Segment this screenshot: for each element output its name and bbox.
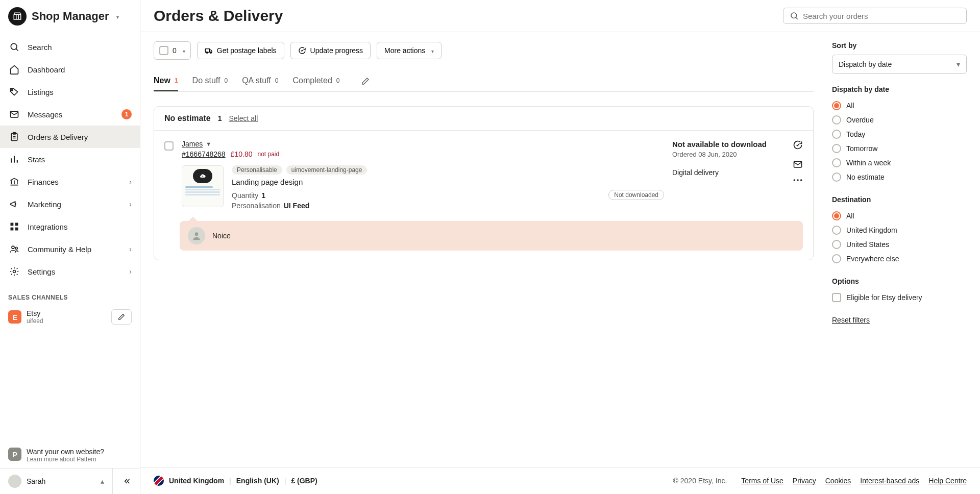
- dispatch-radio-overdue[interactable]: Overdue: [832, 113, 967, 127]
- dispatch-radio-tomorrow[interactable]: Tomorrow: [832, 141, 967, 156]
- people-icon: [8, 243, 20, 255]
- tab-count: 0: [224, 77, 228, 84]
- tab-do-stuff[interactable]: Do stuff 0: [192, 71, 228, 91]
- destination-radio-everywhere-else[interactable]: Everywhere else: [832, 252, 967, 266]
- order-group: No estimate 1 Select all James ▼: [154, 106, 814, 260]
- footer-link-privacy[interactable]: Privacy: [793, 477, 816, 485]
- nav-dashboard[interactable]: Dashboard: [0, 58, 140, 81]
- avatar: [188, 227, 205, 244]
- footer-link-help-centre[interactable]: Help Centre: [928, 477, 967, 485]
- radio-icon: [832, 130, 841, 139]
- chevron-up-icon: ▴: [101, 477, 104, 485]
- selected-count: 0: [173, 46, 177, 55]
- channel-etsy[interactable]: E Etsy uifeed: [0, 305, 140, 329]
- shop-manager-dropdown[interactable]: Shop Manager: [0, 0, 140, 33]
- order-search[interactable]: [783, 8, 967, 24]
- svg-point-18: [797, 179, 799, 181]
- nav-marketing[interactable]: Marketing ›: [0, 193, 140, 215]
- svg-point-20: [195, 232, 199, 236]
- footer-link-terms-of-use[interactable]: Terms of Use: [741, 477, 783, 485]
- grid-icon: [8, 220, 20, 233]
- pattern-title: Want your own website?: [27, 448, 132, 456]
- channel-edit-button[interactable]: [111, 309, 132, 325]
- footer-currency[interactable]: £ (GBP): [291, 477, 317, 485]
- update-progress-button[interactable]: Update progress: [290, 42, 371, 59]
- order-checkbox[interactable]: [164, 141, 174, 151]
- button-label: Update progress: [310, 46, 363, 55]
- cloud-download-icon: [193, 169, 212, 183]
- tag-personalisable: Personalisable: [232, 165, 282, 175]
- select-count-dropdown[interactable]: 0: [154, 41, 191, 60]
- chevron-right-icon: ›: [129, 178, 132, 186]
- pattern-promo[interactable]: P Want your own website? Learn more abou…: [0, 442, 140, 468]
- nav: Search Dashboard Listings Messages 1 Ord…: [0, 33, 140, 286]
- dispatch-radio-within-a-week[interactable]: Within a week: [832, 156, 967, 170]
- page-title: Orders & Delivery: [154, 7, 783, 24]
- private-note[interactable]: Noice: [180, 221, 803, 251]
- eligible-etsy-delivery-checkbox[interactable]: Eligible for Etsy delivery: [832, 290, 967, 305]
- refresh-icon[interactable]: [793, 140, 803, 150]
- dispatch-radio-no-estimate[interactable]: No estimate: [832, 170, 967, 184]
- nav-label: Search: [28, 43, 132, 52]
- footer-language[interactable]: English (UK): [236, 477, 279, 485]
- nav-listings[interactable]: Listings: [0, 81, 140, 103]
- radio-label: Everywhere else: [846, 255, 899, 263]
- nav-label: Integrations: [28, 223, 132, 231]
- svg-rect-7: [11, 228, 14, 231]
- chevron-right-icon: ›: [129, 245, 132, 253]
- radio-label: Overdue: [846, 116, 874, 124]
- edit-tabs-button[interactable]: [357, 73, 374, 89]
- sort-by-dropdown[interactable]: Dispatch by date ▾: [832, 55, 967, 74]
- select-all-link[interactable]: Select all: [229, 114, 258, 122]
- nav-community[interactable]: Community & Help ›: [0, 238, 140, 260]
- gear-icon: [8, 265, 20, 278]
- nav-settings[interactable]: Settings ›: [0, 260, 140, 283]
- order-id[interactable]: #1666748268: [182, 150, 226, 158]
- tag-icon: [8, 86, 20, 98]
- nav-finances[interactable]: Finances ›: [0, 170, 140, 193]
- chevron-down-icon[interactable]: ▼: [206, 141, 211, 147]
- tab-count: 0: [275, 77, 279, 84]
- nav-label: Messages: [28, 110, 114, 119]
- nav-orders-delivery[interactable]: Orders & Delivery: [0, 126, 140, 148]
- mail-icon: [8, 108, 20, 120]
- megaphone-icon: [8, 198, 20, 210]
- footer-region[interactable]: United Kingdom: [169, 477, 224, 485]
- pattern-initial: P: [8, 448, 21, 461]
- item-name[interactable]: Landing page design: [232, 178, 600, 186]
- select-all-checkbox[interactable]: [159, 46, 168, 55]
- sort-by-label: Sort by: [832, 41, 967, 50]
- reset-filters-link[interactable]: Reset filters: [832, 316, 967, 324]
- nav-search[interactable]: Search: [0, 36, 140, 58]
- mail-icon[interactable]: [793, 159, 803, 169]
- svg-rect-8: [15, 228, 18, 231]
- more-actions-button[interactable]: More actions: [377, 42, 442, 59]
- dispatch-radio-today[interactable]: Today: [832, 127, 967, 141]
- buyer-name[interactable]: James: [182, 140, 203, 148]
- filters-panel: Sort by Dispatch by date ▾ Dispatch by d…: [827, 32, 980, 467]
- destination-filter-label: Destination: [832, 195, 967, 204]
- tab-qa-stuff[interactable]: QA stuff 0: [242, 71, 278, 91]
- footer-link-interest-based-ads[interactable]: Interest-based ads: [860, 477, 919, 485]
- destination-radio-all[interactable]: All: [832, 209, 967, 223]
- collapse-sidebar-button[interactable]: [112, 468, 140, 494]
- nav-messages[interactable]: Messages 1: [0, 103, 140, 126]
- tab-completed[interactable]: Completed 0: [292, 71, 339, 91]
- tab-new[interactable]: New 1: [154, 71, 178, 91]
- get-postage-button[interactable]: Get postage labels: [197, 42, 284, 59]
- tag-sku: uimovement-landing-page: [286, 165, 368, 175]
- radio-label: No estimate: [846, 173, 885, 181]
- more-icon[interactable]: [793, 179, 803, 182]
- item-thumbnail[interactable]: [182, 165, 224, 207]
- destination-radio-united-states[interactable]: United States: [832, 237, 967, 252]
- order-card: James ▼ #1666748268 £10.80 not paid: [154, 131, 813, 251]
- sales-channels-label: SALES CHANNELS: [0, 286, 140, 305]
- destination-radio-united-kingdom[interactable]: United Kingdom: [832, 223, 967, 237]
- nav-stats[interactable]: Stats: [0, 148, 140, 170]
- user-menu[interactable]: Sarah ▴: [0, 468, 112, 494]
- nav-integrations[interactable]: Integrations: [0, 215, 140, 238]
- footer-link-cookies[interactable]: Cookies: [825, 477, 851, 485]
- dispatch-radio-all[interactable]: All: [832, 98, 967, 113]
- search-input[interactable]: [803, 12, 960, 20]
- svg-rect-5: [11, 223, 14, 226]
